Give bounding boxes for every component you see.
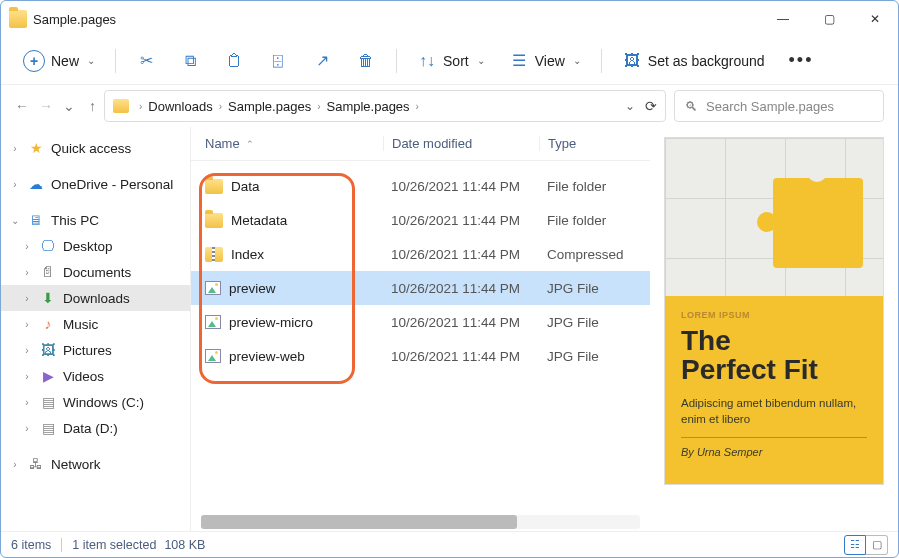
chevron-right-icon: › [135,101,146,112]
nav-documents[interactable]: ›📄︎Documents [1,259,190,285]
file-type: Compressed [539,247,650,262]
preview-pane: LOREM IPSUM The Perfect Fit Adipiscing a… [650,127,898,531]
file-name: Index [231,247,264,262]
chevron-down-icon: ⌄ [87,55,95,66]
file-type: File folder [539,179,650,194]
window-title: Sample.pages [33,12,116,27]
file-row[interactable]: Data10/26/2021 11:44 PMFile folder [191,169,650,203]
titlebar: Sample.pages — ▢ ✕ [1,1,898,37]
chevron-right-icon: › [313,101,324,112]
column-name[interactable]: Name⌃ [205,136,383,151]
nav-windows-c[interactable]: ›▤Windows (C:) [1,389,190,415]
file-row[interactable]: preview10/26/2021 11:44 PMJPG File [191,271,650,305]
file-icon [205,315,221,329]
share-button[interactable]: ↗ [302,45,342,77]
cloud-icon: ☁ [27,176,45,192]
delete-button[interactable]: 🗑︎ [346,45,386,77]
nav-desktop[interactable]: ›🖵Desktop [1,233,190,259]
videos-icon: ▶ [39,368,57,384]
sort-button[interactable]: ↑↓ Sort ⌄ [407,45,495,77]
column-type[interactable]: Type [539,136,650,151]
more-button[interactable]: ••• [779,44,824,77]
search-icon: 🔍︎ [685,99,698,114]
star-icon: ★ [27,140,45,156]
back-button[interactable]: ← [15,98,29,114]
address-dropdown[interactable]: ⌄ [619,99,641,113]
file-row[interactable]: preview-micro10/26/2021 11:44 PMJPG File [191,305,650,339]
file-type: JPG File [539,349,650,364]
paste-button[interactable]: 📋︎ [214,45,254,77]
share-icon: ↗ [312,51,332,71]
file-name: preview-micro [229,315,313,330]
folder-icon [113,99,129,113]
status-selection: 1 item selected [72,538,156,552]
breadcrumb[interactable]: Downloads [146,99,214,114]
recent-dropdown[interactable]: ⌄ [63,98,75,114]
horizontal-scrollbar[interactable] [201,515,640,529]
nav-quick-access[interactable]: ›★Quick access [1,135,190,161]
up-button[interactable]: ↑ [89,98,96,114]
picture-icon: 🖼︎ [622,51,642,71]
nav-this-pc[interactable]: ⌄🖥︎This PC [1,207,190,233]
close-button[interactable]: ✕ [852,1,898,37]
preview-title: The Perfect Fit [681,326,867,385]
set-background-button[interactable]: 🖼︎ Set as background [612,45,775,77]
sort-icon: ↑↓ [417,51,437,71]
folder-icon [9,10,27,28]
file-icon [205,349,221,363]
navbar: ← → ⌄ ↑ › Downloads › Sample.pages › Sam… [1,85,898,127]
file-date: 10/26/2021 11:44 PM [383,315,539,330]
file-name: preview [229,281,276,296]
address-bar[interactable]: › Downloads › Sample.pages › Sample.page… [104,90,666,122]
yellow-puzzle-piece [773,178,863,268]
file-type: File folder [539,213,650,228]
file-icon [205,247,223,262]
thumbnail-view-button[interactable]: ▢ [866,535,888,555]
nav-videos[interactable]: ›▶Videos [1,363,190,389]
trash-icon: 🗑︎ [356,51,376,71]
column-date[interactable]: Date modified [383,136,539,151]
refresh-button[interactable]: ⟳ [645,98,657,114]
maximize-button[interactable]: ▢ [806,1,852,37]
breadcrumb[interactable]: Sample.pages [226,99,313,114]
status-item-count: 6 items [11,538,51,552]
file-icon [205,179,223,194]
file-name: Data [231,179,260,194]
file-date: 10/26/2021 11:44 PM [383,281,539,296]
view-icon: ☰ [509,51,529,71]
search-input[interactable]: 🔍︎ Search Sample.pages [674,90,884,122]
file-row[interactable]: Metadata10/26/2021 11:44 PMFile folder [191,203,650,237]
view-button[interactable]: ☰ View ⌄ [499,45,591,77]
rename-button[interactable]: ⌹ [258,45,298,77]
plus-icon: + [23,50,45,72]
pc-icon: 🖥︎ [27,212,45,228]
nav-onedrive[interactable]: ›☁OneDrive - Personal [1,171,190,197]
nav-music[interactable]: ›♪Music [1,311,190,337]
minimize-button[interactable]: — [760,1,806,37]
cut-button[interactable]: ✂ [126,45,166,77]
file-row[interactable]: preview-web10/26/2021 11:44 PMJPG File [191,339,650,373]
nav-downloads[interactable]: ›⬇Downloads [1,285,190,311]
nav-network[interactable]: ›🖧Network [1,451,190,477]
copy-icon: ⧉ [180,51,200,71]
file-row[interactable]: Index10/26/2021 11:44 PMCompressed [191,237,650,271]
breadcrumb[interactable]: Sample.pages [324,99,411,114]
status-size: 108 KB [164,538,205,552]
sort-indicator-icon: ⌃ [246,139,254,149]
nav-pictures[interactable]: ›🖼︎Pictures [1,337,190,363]
new-button[interactable]: + New ⌄ [13,44,105,78]
clipboard-icon: 📋︎ [224,51,244,71]
preview-image: LOREM IPSUM The Perfect Fit Adipiscing a… [664,137,884,485]
rename-icon: ⌹ [268,51,288,71]
copy-button[interactable]: ⧉ [170,45,210,77]
forward-button[interactable]: → [39,98,53,114]
pictures-icon: 🖼︎ [39,342,57,358]
document-icon: 📄︎ [39,264,57,280]
file-icon [205,281,221,295]
nav-data-d[interactable]: ›▤Data (D:) [1,415,190,441]
file-pane: Name⌃ Date modified Type Data10/26/2021 … [191,127,650,531]
navigation-pane: ›★Quick access ›☁OneDrive - Personal ⌄🖥︎… [1,127,191,531]
scrollbar-thumb[interactable] [201,515,517,529]
details-view-button[interactable]: ☷ [844,535,866,555]
file-date: 10/26/2021 11:44 PM [383,179,539,194]
